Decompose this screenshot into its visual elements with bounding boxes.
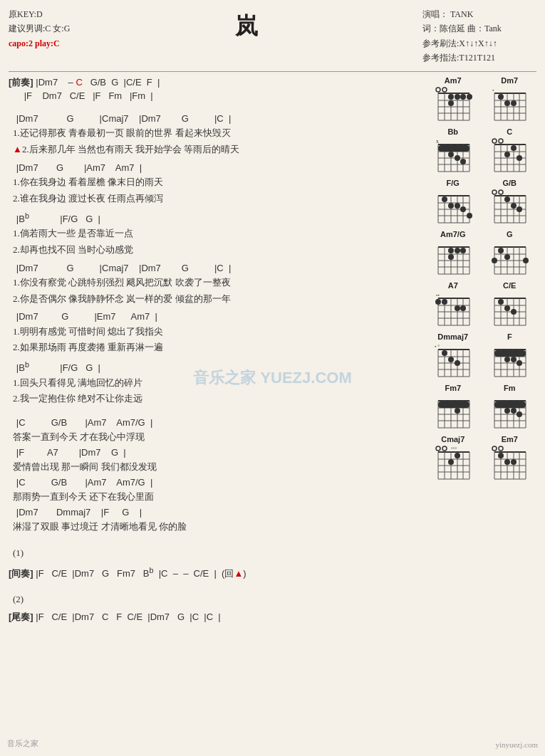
outro-label: [尾奏] [9, 611, 33, 622]
svg-point-124 [504, 254, 510, 260]
svg-point-139 [435, 299, 441, 305]
v1-lyric1: 1.还记得那夜 青春最初一页 眼前的世界 看起来快毁灭 [9, 126, 420, 141]
svg-point-30 [498, 94, 504, 100]
v6-lyric2: 2.我一定抱住你 绝对不让你走远 [9, 392, 420, 406]
bottom-logo-right: yinyuezj.com [495, 740, 538, 749]
svg-point-11 [436, 88, 440, 92]
svg-point-228 [442, 446, 447, 451]
chord-cmaj7-name: Cmaj7 [441, 435, 464, 443]
header-area: 原KEY:D 建议男调:C 女:G capo:2 play:C 岚 演唱： TA… [9, 7, 536, 65]
section-chorus: |C G/B |Am7 Am7/G | 答案一直到今天 才在我心中浮现 |F A… [9, 416, 420, 535]
svg-point-199 [455, 408, 460, 414]
chord-a7-name: A7 [448, 281, 458, 290]
chord-em7-diagram [489, 445, 530, 482]
svg-rect-211 [494, 401, 526, 408]
chord-am7g-name: Am7/G [440, 230, 465, 238]
svg-point-186 [517, 360, 522, 366]
svg-point-62 [511, 145, 517, 151]
c3-chord: |C G/B |Am7 Am7/G | [9, 476, 420, 489]
svg-point-245 [504, 459, 510, 465]
svg-point-214 [517, 411, 522, 417]
chord-fm7-name: Fm7 [445, 384, 461, 392]
v1-lyric2: ▲2.后来那几年 当然也有雨天 我开始学会 等雨后的晴天 [9, 142, 420, 157]
sheet-area: [前奏] |Dm7 – C G/B G |C/E F | |F Dm7 C/E … [9, 76, 420, 629]
svg-text:x: x [436, 138, 439, 145]
svg-point-48 [460, 159, 466, 164]
v5-chord: |Dm7 G |Em7 Am7 | [9, 310, 420, 323]
performer-line: 演唱： TANK [422, 7, 536, 21]
svg-point-154 [498, 299, 504, 305]
chord-dm7-diagram: • [489, 86, 530, 123]
v6-chord: |Bb |F/G G | [9, 359, 420, 375]
section-interlude: [间奏] |F C/E |Dm7 G Fm7 Bb |C – – C/E | (… [9, 565, 420, 581]
chord-c-diagram [489, 137, 530, 174]
chord-a7-diagram: •• [432, 291, 474, 328]
v5-lyric2: 2.如果那场雨 再度袭捲 重新再淋一遍 [9, 340, 420, 355]
chord-fg-name: F/G [447, 179, 460, 187]
chord-dmmaj7: Dmmaj7 • ° [426, 332, 480, 379]
v3-chord: |Bb |F/G G | [9, 211, 420, 226]
chord-grid: Am7 [426, 76, 536, 482]
c4-chord: |Dm7 Dmmaj7 |F G | [9, 506, 420, 519]
chord-bb-name: Bb [447, 127, 458, 136]
svg-point-94 [504, 196, 510, 202]
chord-g: G [483, 230, 537, 277]
v2-chord: |Dm7 G |Am7 Am7 | [9, 162, 420, 174]
v2-lyric2: 2.谁在我身边 渡过长夜 任雨点再倾泻 [9, 191, 420, 206]
svg-point-156 [511, 309, 517, 315]
svg-rect-198 [438, 401, 469, 408]
svg-point-244 [498, 453, 504, 458]
svg-point-32 [511, 100, 517, 106]
section-outro: [尾奏] |F C/E |Dm7 C F C/E |Dm7 G |C |C | [9, 611, 420, 624]
chord-am7: Am7 [426, 76, 480, 123]
chord-fm-diagram [489, 394, 530, 431]
svg-point-78 [455, 203, 460, 209]
header-divider [9, 71, 536, 72]
outro-line: [尾奏] |F C/E |Dm7 C F C/E |Dm7 G |C |C | [9, 611, 420, 624]
chord-diagrams: Am7 [426, 76, 536, 629]
v4-lyric1: 1.你没有察觉 心跳特别强烈 飓风把沉默 吹袭了一整夜 [9, 275, 420, 290]
chord-fm7: Fm7 [426, 384, 480, 431]
svg-point-212 [504, 408, 510, 414]
chord-g-name: G [507, 230, 513, 238]
svg-point-79 [460, 206, 466, 212]
chord-dm7: Dm7 • [483, 76, 537, 123]
chord-am7g: Am7/G [426, 230, 480, 277]
chord-fm: Fm [483, 384, 537, 431]
chord-fm-name: Fm [504, 384, 516, 392]
performer: TANK [450, 9, 473, 19]
v1-chord: |Dm7 G |Cmaj7 |Dm7 G |C | [9, 112, 420, 125]
chord-bb: Bb x [426, 127, 480, 174]
svg-point-170 [448, 357, 454, 362]
svg-rect-45 [438, 145, 469, 152]
v6-lyric1: 1.回头只看得见 满地回忆的碎片 [9, 376, 420, 391]
svg-point-171 [455, 360, 460, 366]
svg-point-93 [499, 190, 503, 194]
chord-bb-diagram: x [432, 137, 474, 174]
svg-point-77 [448, 203, 454, 209]
svg-point-246 [511, 459, 517, 465]
chord-am7-diagram [432, 86, 474, 123]
svg-point-126 [523, 258, 529, 263]
svg-point-12 [442, 88, 447, 92]
svg-point-15 [460, 94, 466, 100]
chord-f-name: F [507, 332, 512, 341]
svg-point-76 [442, 196, 447, 202]
strum1: 参考刷法:X↑↓↑X↑↓↑ [422, 36, 536, 51]
repeat1-label: (1) [9, 546, 420, 561]
chord-cmaj7: Cmaj7 °°° [426, 435, 480, 482]
chord-cmaj7-diagram: °°° [432, 445, 474, 482]
chord-fg-diagram [432, 189, 474, 226]
v5-lyric1: 1.明明有感觉 可惜时间 熄出了我指尖 [9, 325, 420, 340]
svg-point-123 [498, 248, 504, 253]
suggestion: 建议男调:C 女:G [9, 21, 70, 36]
chord-dmmaj7-name: Dmmaj7 [437, 332, 468, 341]
svg-point-229 [455, 453, 460, 458]
prelude-line2: |F Dm7 C/E |F Fm |Fm | [9, 90, 420, 103]
c2-lyric: 爱情曾出现 那一瞬间 我们都没发现 [9, 460, 420, 475]
svg-point-80 [467, 213, 472, 219]
header-left: 原KEY:D 建议男调:C 女:G capo:2 play:C [9, 7, 70, 51]
svg-point-13 [448, 94, 454, 100]
c1-lyric: 答案一直到今天 才在我心中浮现 [9, 430, 420, 445]
chord-gb-name: G/B [502, 179, 517, 187]
